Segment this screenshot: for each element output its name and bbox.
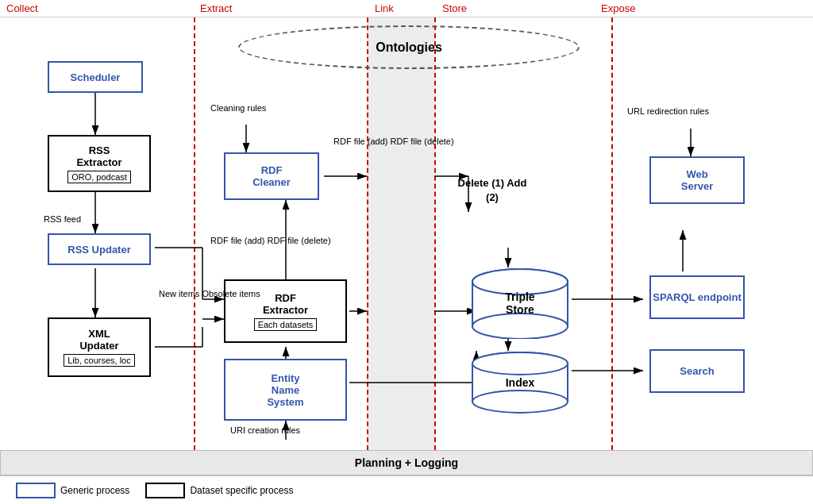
url-redirect-anno: URL redirection rules [627,106,709,116]
legend-generic: Generic process [16,483,129,498]
sparql-endpoint-label: SPARQL endpoint [653,291,741,303]
diagram-area: Ontologies [0,17,813,450]
legend-dataset: Dataset specific process [145,483,293,498]
phase-store: Store [436,0,595,17]
phase-expose: Expose [595,0,813,17]
index-label: Index [506,376,535,389]
rss-feed-anno: RSS feed [44,214,81,224]
triple-store-cylinder: TripleStore [468,267,572,339]
planning-logging-bar: Planning + Logging [0,450,813,475]
main-container: Collect Extract Link Store Expose Ontolo… [0,0,813,504]
rdf-cleaner-box: RDFCleaner [224,152,319,200]
phase-headers: Collect Extract Link Store Expose [0,0,813,17]
xml-updater-label: XMLUpdater [79,328,118,352]
divider-link-store [434,17,436,450]
divider-extract-link [367,17,368,450]
xml-updater-sub: Lib, courses, loc [64,354,134,367]
search-box: Search [649,349,745,393]
svg-point-30 [472,314,568,339]
triple-store-label: TripleStore [505,290,534,316]
legend-dataset-label: Dataset specific process [190,485,293,496]
sparql-endpoint-box: SPARQL endpoint [649,275,745,319]
ontologies-ellipse: Ontologies [238,25,580,69]
xml-updater-box: XMLUpdater Lib, courses, loc [48,317,151,377]
rss-updater-label: RSS Updater [67,244,130,256]
new-obsolete-anno: New items Obsolete items [159,289,260,298]
link-band [367,17,434,450]
rdf-cleaner-label: RDFCleaner [252,164,291,188]
ontologies-label: Ontologies [376,40,442,55]
index-cylinder: Index [468,351,572,414]
svg-point-34 [472,391,568,413]
rdf-extractor-sub: Each datasets [254,318,318,331]
entity-name-system-box: EntityNameSystem [224,359,347,421]
planning-logging-label: Planning + Logging [355,456,458,469]
phase-extract: Extract [194,0,368,17]
web-server-box: WebServer [649,156,745,204]
legend-row: Generic process Dataset specific process [0,475,813,504]
entity-name-system-label: EntityNameSystem [267,372,303,408]
rss-extractor-sub: ORO, podcast [67,171,131,183]
rdf-add-delete-mid-anno: RDF file (add) RDF file (delete) [210,236,331,245]
rss-extractor-box: RSSExtractor ORO, podcast [48,135,151,192]
web-server-label: WebServer [681,168,713,192]
legend-generic-label: Generic process [60,485,129,496]
scheduler-label: Scheduler [71,71,121,83]
svg-point-35 [472,352,568,375]
scheduler-box: Scheduler [48,61,143,93]
search-label: Search [680,365,714,377]
rss-updater-box: RSS Updater [48,233,151,265]
uri-rules-anno: URI creation rules [230,425,300,435]
delete-add-label: Delete (1) Add (2) [453,176,532,232]
divider-store-expose [611,17,613,450]
phase-collect: Collect [0,0,194,17]
legend-generic-box [16,483,56,498]
phase-link: Link [368,0,436,17]
cleaning-rules-anno: Cleaning rules [210,103,266,113]
rdf-extractor-label: RDFExtractor [263,292,308,316]
rdf-add-delete-top-anno: RDF file (add) RDF file (delete) [333,137,454,146]
divider-collect-extract [194,17,195,450]
rss-extractor-label: RSSExtractor [76,144,121,168]
legend-dataset-box [145,483,185,498]
